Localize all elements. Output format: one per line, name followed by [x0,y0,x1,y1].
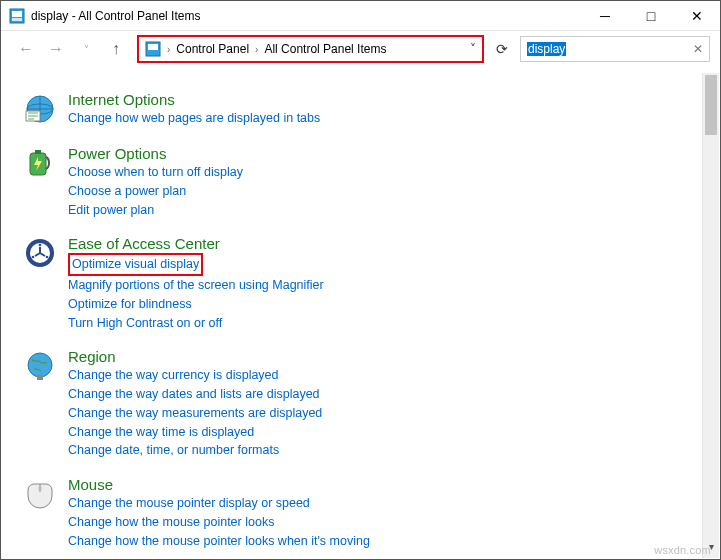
svg-rect-1 [12,11,22,17]
link-region-2[interactable]: Change the way measurements are displaye… [68,404,322,423]
close-button[interactable]: ✕ [674,1,720,30]
svg-rect-4 [148,44,158,50]
search-results: Internet OptionsChange how web pages are… [2,73,719,558]
globe-icon [24,91,68,129]
clear-search-icon[interactable]: ✕ [693,42,703,56]
svg-rect-16 [37,375,43,380]
refresh-button[interactable]: ⟳ [496,41,508,57]
breadcrumb-control-panel[interactable]: Control Panel [176,42,249,56]
category-ease-of-access[interactable]: Ease of Access Center [68,235,220,252]
up-button[interactable]: ↑ [107,40,125,58]
mouse-icon [24,476,68,514]
ease-icon [24,235,68,273]
link-power-options-0[interactable]: Choose when to turn off display [68,163,243,182]
category-region[interactable]: Region [68,348,116,365]
link-power-options-1[interactable]: Choose a power plan [68,182,243,201]
control-panel-icon [9,8,25,24]
svg-point-15 [28,353,52,377]
link-power-options-2[interactable]: Edit power plan [68,201,243,220]
svg-rect-2 [12,18,22,21]
nav-row: ← → ˅ ↑ › Control Panel › All Control Pa… [1,31,720,67]
link-region-0[interactable]: Change the way currency is displayed [68,366,322,385]
link-ease-of-access-2[interactable]: Optimize for blindness [68,295,324,314]
svg-rect-9 [35,150,41,154]
link-internet-options-0[interactable]: Change how web pages are displayed in ta… [68,109,320,128]
address-dropdown-icon[interactable]: ˅ [470,42,476,56]
svg-rect-18 [39,486,42,491]
result-internet-options: Internet OptionsChange how web pages are… [24,91,707,129]
result-region: RegionChange the way currency is display… [24,348,707,460]
link-mouse-1[interactable]: Change how the mouse pointer looks [68,513,370,532]
breadcrumb-all-items[interactable]: All Control Panel Items [264,42,386,56]
link-region-1[interactable]: Change the way dates and lists are displ… [68,385,322,404]
watermark: wsxdn.com [654,544,711,556]
category-power-options[interactable]: Power Options [68,145,166,162]
address-bar[interactable]: › Control Panel › All Control Panel Item… [137,35,484,63]
scroll-thumb[interactable] [705,75,717,135]
svg-point-13 [46,256,49,259]
control-panel-window: display - All Control Panel Items ─ □ ✕ … [0,0,721,560]
link-ease-of-access-3[interactable]: Turn High Contrast on or off [68,314,324,333]
svg-point-12 [39,244,42,247]
link-mouse-0[interactable]: Change the mouse pointer display or spee… [68,494,370,513]
result-power-options: Power OptionsChoose when to turn off dis… [24,145,707,219]
result-ease-of-access: Ease of Access CenterOptimize visual dis… [24,235,707,332]
link-ease-of-access-0[interactable]: Optimize visual display [68,253,324,276]
link-mouse-2[interactable]: Change how the mouse pointer looks when … [68,532,370,551]
scrollbar[interactable]: ▴ ▾ [702,73,719,558]
globe2-icon [24,348,68,386]
titlebar: display - All Control Panel Items ─ □ ✕ [1,1,720,31]
breadcrumb-icon [145,41,161,57]
search-term: display [527,42,566,56]
category-mouse[interactable]: Mouse [68,476,113,493]
link-region-3[interactable]: Change the way time is displayed [68,423,322,442]
battery-icon [24,145,68,183]
forward-button[interactable]: → [47,40,65,58]
result-mouse: MouseChange the mouse pointer display or… [24,476,707,550]
window-title: display - All Control Panel Items [31,9,200,23]
category-internet-options[interactable]: Internet Options [68,91,175,108]
link-region-4[interactable]: Change date, time, or number formats [68,441,322,460]
recent-dropdown[interactable]: ˅ [77,44,95,55]
minimize-button[interactable]: ─ [582,1,628,30]
maximize-button[interactable]: □ [628,1,674,30]
chevron-icon: › [255,44,258,55]
back-button[interactable]: ← [17,40,35,58]
chevron-icon: › [167,44,170,55]
svg-point-14 [32,256,35,259]
link-ease-of-access-1[interactable]: Magnify portions of the screen using Mag… [68,276,324,295]
search-box[interactable]: display ✕ [520,36,710,62]
content-area: Internet OptionsChange how web pages are… [2,73,719,558]
